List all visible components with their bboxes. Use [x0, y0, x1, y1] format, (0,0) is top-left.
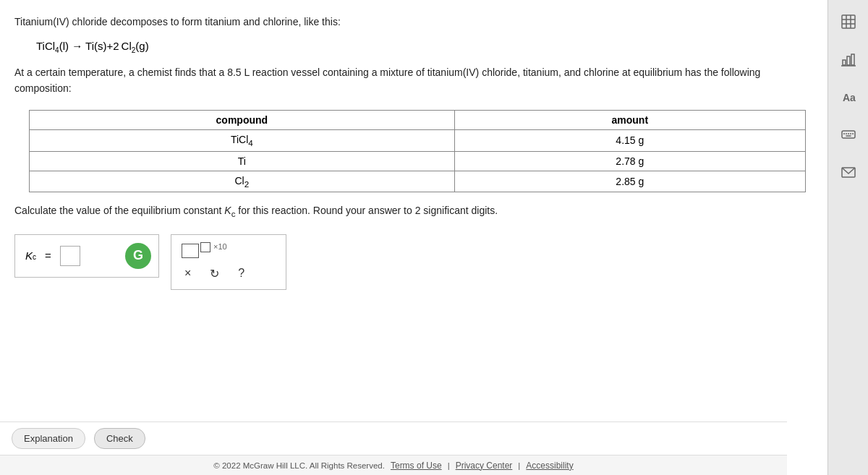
- reaction-formula: TiCl4(l) → Ti(s)+2 Cl2(g): [36, 40, 806, 54]
- terms-link[interactable]: Terms of Use: [391, 461, 442, 471]
- bottom-bar: Explanation Check: [0, 421, 787, 455]
- main-container: Titanium(IV) chloride decomposes to form…: [0, 0, 868, 475]
- clear-button[interactable]: ×: [182, 265, 194, 281]
- table-icon[interactable]: [835, 9, 861, 35]
- table-row: TiCl4 4.15 g: [30, 129, 806, 151]
- question-text: Calculate the value of the equilibrium c…: [14, 202, 774, 221]
- copyright-text: © 2022 McGraw Hill LLC. All Rights Reser…: [213, 461, 385, 470]
- col-amount: amount: [454, 110, 805, 129]
- svg-rect-5: [843, 60, 846, 65]
- cell-compound-2: Ti: [30, 151, 455, 171]
- superscript-input-area: ×10: [182, 242, 276, 258]
- svg-rect-0: [842, 15, 855, 28]
- explanation-button[interactable]: Explanation: [12, 428, 85, 449]
- cell-compound-3: Cl2: [30, 171, 455, 192]
- kc-label: Kc: [25, 249, 36, 262]
- x10-label: ×10: [213, 242, 227, 251]
- input-controls-panel: ×10 × ↻ ?: [171, 234, 286, 290]
- svg-text:Aa: Aa: [843, 92, 856, 103]
- kc-answer-blank[interactable]: [60, 246, 80, 266]
- scenario-line: At a certain temperature, a chemist find…: [14, 67, 760, 94]
- answer-row: Kc = G ×10 × ↻: [14, 234, 806, 290]
- sidebar: Aa: [827, 0, 868, 475]
- svg-rect-6: [847, 56, 850, 65]
- intro-text: Titanium(IV) chloride decomposes to form…: [14, 14, 806, 30]
- kc-equals: =: [45, 249, 51, 262]
- superscript-box[interactable]: [200, 242, 210, 252]
- cell-amount-3: 2.85 g: [454, 171, 805, 192]
- controls-row: × ↻ ?: [182, 265, 276, 282]
- content-area: Titanium(IV) chloride decomposes to form…: [0, 0, 827, 475]
- intro-line: Titanium(IV) chloride decomposes to form…: [14, 16, 341, 27]
- accessibility-link[interactable]: Accessibility: [526, 461, 573, 471]
- chart-icon[interactable]: [835, 46, 861, 72]
- keyboard-icon[interactable]: [835, 121, 861, 147]
- g-button[interactable]: G: [125, 243, 151, 269]
- col-compound: compound: [30, 110, 455, 129]
- svg-rect-7: [851, 54, 854, 65]
- cell-compound-1: TiCl4: [30, 129, 455, 151]
- text-icon[interactable]: Aa: [835, 84, 861, 110]
- cell-amount-2: 2.78 g: [454, 151, 805, 171]
- reaction-display: TiCl4(l) → Ti(s)+2 Cl2(g): [36, 40, 149, 54]
- mail-icon[interactable]: [835, 159, 861, 185]
- footer-bar: © 2022 McGraw Hill LLC. All Rights Reser…: [0, 455, 787, 475]
- check-button[interactable]: Check: [94, 428, 145, 449]
- help-button[interactable]: ?: [235, 265, 247, 281]
- privacy-link[interactable]: Privacy Center: [456, 461, 513, 471]
- undo-button[interactable]: ↻: [207, 265, 222, 282]
- cell-amount-1: 4.15 g: [454, 129, 805, 151]
- table-row: Ti 2.78 g: [30, 151, 806, 171]
- kc-input-box: Kc = G: [14, 234, 159, 278]
- table-row: Cl2 2.85 g: [30, 171, 806, 192]
- scenario-text: At a certain temperature, a chemist find…: [14, 64, 774, 97]
- base-input-box[interactable]: [182, 244, 199, 258]
- composition-table: compound amount TiCl4 4.15 g Ti 2.78 g C…: [29, 110, 806, 193]
